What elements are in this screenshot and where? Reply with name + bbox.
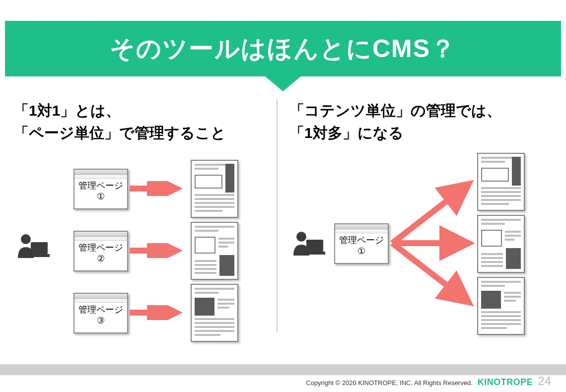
right-heading-line2: 「1対多」になる bbox=[289, 122, 552, 144]
svg-rect-1 bbox=[31, 242, 48, 254]
admin-page-1: 管理ページ ① bbox=[73, 169, 128, 209]
admin-page-3: 管理ページ ③ bbox=[73, 293, 128, 333]
user-at-computer-icon bbox=[15, 233, 50, 263]
copyright-text: Copyright © 2020 KINOTROPE, INC. All Rig… bbox=[306, 379, 472, 387]
slide-title: そのツールはほんとにCMS？ bbox=[110, 32, 456, 65]
arrow-icon bbox=[130, 305, 184, 320]
arrow-icon bbox=[130, 243, 184, 258]
right-heading-line1: 「コテンツ単位」の管理では、 bbox=[289, 99, 552, 122]
left-heading-line1: 「1対1」とは、 bbox=[14, 99, 277, 122]
admin-page-1-label: 管理ページ ① bbox=[74, 179, 127, 202]
right-diagram: 管理ページ ① bbox=[289, 144, 552, 342]
svg-point-0 bbox=[21, 234, 31, 244]
footer-band bbox=[0, 364, 566, 375]
left-column: 「1対1」とは、 「ページ単位」で管理すること 管理ページ ① 管理ページ ② bbox=[14, 99, 277, 357]
left-diagram: 管理ページ ① 管理ページ ② 管理ページ ③ bbox=[14, 144, 277, 342]
admin-page-2: 管理ページ ② bbox=[73, 231, 128, 271]
output-page-r1 bbox=[477, 153, 525, 211]
admin-page-3-label: 管理ページ ③ bbox=[74, 303, 127, 326]
user-at-computer-icon bbox=[290, 231, 325, 261]
admin-page-1r: 管理ページ ① bbox=[334, 223, 389, 264]
left-heading: 「1対1」とは、 「ページ単位」で管理すること bbox=[14, 99, 277, 144]
title-band: そのツールはほんとにCMS？ bbox=[5, 21, 561, 76]
content-area: 「1対1」とは、 「ページ単位」で管理すること 管理ページ ① 管理ページ ② bbox=[14, 99, 552, 357]
output-page-3 bbox=[191, 284, 238, 342]
arrow-icon bbox=[130, 181, 184, 196]
svg-rect-8 bbox=[303, 252, 325, 255]
left-heading-line2: 「ページ単位」で管理すること bbox=[14, 122, 277, 144]
admin-page-2-label: 管理ページ ② bbox=[74, 241, 127, 264]
svg-line-11 bbox=[392, 243, 469, 303]
output-page-r2 bbox=[477, 215, 525, 273]
page-number: 24 bbox=[538, 374, 551, 388]
output-page-2 bbox=[191, 222, 238, 280]
output-page-r3 bbox=[477, 277, 525, 335]
chevron-down-icon bbox=[265, 76, 301, 91]
svg-rect-7 bbox=[306, 240, 323, 252]
admin-page-1r-label: 管理ページ ① bbox=[335, 233, 388, 257]
brand-logo: KINOTROPE bbox=[478, 377, 533, 388]
svg-rect-2 bbox=[28, 254, 50, 257]
right-column: 「コテンツ単位」の管理では、 「1対多」になる 管理ページ ① bbox=[278, 99, 552, 357]
right-heading: 「コテンツ単位」の管理では、 「1対多」になる bbox=[289, 99, 552, 144]
footer: Copyright © 2020 KINOTROPE, INC. All Rig… bbox=[306, 374, 551, 388]
svg-point-6 bbox=[296, 232, 306, 242]
output-page-1 bbox=[191, 160, 238, 218]
arrow-split-icon bbox=[390, 164, 479, 323]
svg-line-9 bbox=[392, 184, 469, 243]
